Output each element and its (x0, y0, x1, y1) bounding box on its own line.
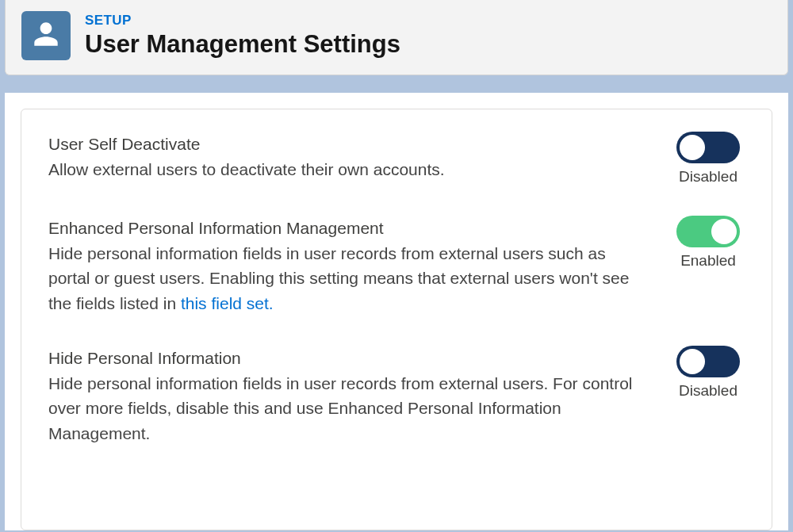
header-text: SETUP User Management Settings (85, 13, 400, 59)
toggle-group: Disabled (668, 346, 748, 400)
setting-text: User Self Deactivate Allow external user… (48, 132, 637, 182)
toggle-knob (680, 135, 705, 160)
toggle-enhanced-personal-info[interactable] (676, 216, 740, 247)
page-title: User Management Settings (85, 30, 400, 59)
content-panel: User Self Deactivate Allow external user… (5, 93, 788, 530)
page-header: SETUP User Management Settings (5, 0, 788, 75)
setting-title: Hide Personal Information (48, 346, 637, 371)
setting-text: Hide Personal Information Hide personal … (48, 346, 637, 446)
setting-title: User Self Deactivate (48, 132, 637, 157)
toggle-knob (711, 219, 737, 244)
toggle-state-label: Disabled (679, 168, 737, 186)
setup-label: SETUP (85, 13, 400, 29)
toggle-group: Enabled (668, 216, 748, 270)
description-text: Allow external users to deactivate their… (48, 160, 445, 178)
description-text: Hide personal information fields in user… (48, 374, 632, 442)
user-icon (32, 20, 60, 52)
setting-description: Allow external users to deactivate their… (48, 157, 637, 182)
setting-row-user-self-deactivate: User Self Deactivate Allow external user… (48, 132, 748, 186)
setting-description: Hide personal information fields in user… (48, 241, 637, 316)
setting-text: Enhanced Personal Information Management… (48, 216, 637, 316)
setting-row-hide-personal-info: Hide Personal Information Hide personal … (48, 346, 748, 446)
toggle-group: Disabled (668, 132, 748, 186)
setting-row-enhanced-personal-info: Enhanced Personal Information Management… (48, 216, 748, 316)
description-text: Hide personal information fields in user… (48, 244, 629, 312)
toggle-knob (680, 349, 705, 374)
user-icon-tile (21, 11, 71, 60)
settings-card: User Self Deactivate Allow external user… (21, 109, 772, 530)
toggle-state-label: Enabled (680, 252, 736, 270)
setting-title: Enhanced Personal Information Management (48, 216, 637, 241)
toggle-state-label: Disabled (679, 382, 737, 400)
setting-description: Hide personal information fields in user… (48, 371, 637, 446)
toggle-hide-personal-info[interactable] (676, 346, 740, 377)
toggle-user-self-deactivate[interactable] (676, 132, 740, 163)
field-set-link[interactable]: this field set. (181, 294, 274, 312)
